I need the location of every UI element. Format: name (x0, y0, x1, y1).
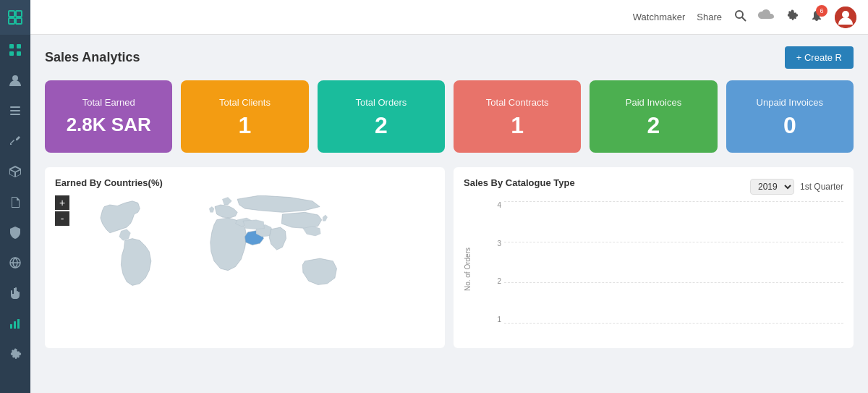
stat-card-paid-invoices[interactable]: Paid Invoices 2 (590, 80, 717, 153)
chart-title: Sales By Catalogue Type (464, 177, 575, 188)
main-content: Watchmaker Share 6 Sales Analytics (30, 0, 868, 393)
chart-area (504, 201, 843, 338)
svg-rect-3 (16, 18, 22, 24)
svg-rect-5 (17, 44, 21, 48)
create-button[interactable]: + Create R (785, 46, 854, 69)
stat-value-total-clients: 1 (239, 114, 252, 137)
map-title: Earned By Countries(%) (55, 177, 435, 188)
svg-rect-9 (10, 106, 20, 108)
y-label-4: 4 (475, 201, 504, 209)
svg-rect-14 (10, 324, 12, 329)
svg-rect-10 (10, 110, 20, 111)
stat-label-total-earned: Total Earned (82, 97, 135, 108)
grid-line-1 (504, 323, 843, 324)
notification-bell[interactable]: 6 (810, 9, 823, 25)
svg-point-17 (736, 11, 743, 18)
page-header: Sales Analytics + Create R (45, 46, 854, 69)
bar-chart-card: Sales By Catalogue Type 2019 2018 2020 1… (454, 167, 854, 348)
stat-value-paid-invoices: 2 (647, 114, 660, 137)
search-icon[interactable] (733, 9, 746, 25)
sidebar-item-list[interactable] (0, 96, 30, 126)
svg-rect-15 (14, 321, 16, 329)
sidebar-item-users[interactable] (0, 65, 30, 96)
charts-row: Earned By Countries(%) + - (45, 167, 854, 348)
sidebar-item-analytics[interactable] (0, 308, 30, 339)
svg-rect-2 (9, 18, 14, 24)
y-axis-title: No. of Orders (464, 248, 475, 291)
stat-card-unpaid-invoices[interactable]: Unpaid Invoices 0 (726, 80, 854, 153)
stat-value-unit: SAR (106, 114, 151, 135)
svg-rect-6 (9, 51, 14, 56)
grid-line-4 (504, 201, 843, 202)
sidebar-item-hand[interactable] (0, 278, 30, 308)
watchmaker-label: Watchmaker (633, 12, 685, 22)
stat-value-number: 2.8K (67, 114, 106, 135)
year-select[interactable]: 2019 2018 2020 (750, 179, 794, 195)
cloud-icon[interactable] (758, 9, 774, 25)
share-label[interactable]: Share (697, 12, 722, 22)
svg-rect-7 (17, 51, 21, 56)
content-area: Sales Analytics + Create R Total Earned … (30, 35, 868, 393)
stat-card-total-earned[interactable]: Total Earned 2.8K SAR (45, 80, 172, 153)
y-label-3: 3 (475, 240, 504, 248)
page-title: Sales Analytics (45, 50, 140, 65)
zoom-out-button[interactable]: - (55, 211, 69, 226)
stat-label-total-orders: Total Orders (355, 97, 407, 108)
stat-value-total-earned: 2.8K SAR (67, 114, 151, 136)
avatar[interactable] (835, 7, 856, 28)
stats-row: Total Earned 2.8K SAR Total Clients 1 To… (45, 80, 854, 153)
sidebar-item-documents[interactable] (0, 187, 30, 217)
sidebar-item-globe[interactable] (0, 248, 30, 278)
map-container: + - (55, 195, 435, 338)
grid-line-3 (504, 242, 843, 242)
svg-point-20 (842, 11, 849, 18)
topbar: Watchmaker Share 6 (30, 0, 868, 35)
grid-line-2 (504, 282, 843, 283)
stat-label-total-clients: Total Clients (219, 97, 271, 108)
svg-rect-1 (16, 11, 22, 17)
sidebar-item-security[interactable] (0, 217, 30, 248)
sidebar-item-tools[interactable] (0, 126, 30, 156)
topbar-right: Watchmaker Share 6 (633, 7, 856, 28)
stat-label-unpaid-invoices: Unpaid Invoices (757, 97, 824, 108)
sidebar (0, 0, 30, 393)
stat-card-total-clients[interactable]: Total Clients 1 (181, 80, 308, 153)
stat-card-total-orders[interactable]: Total Orders 2 (318, 80, 445, 153)
stat-value-unpaid-invoices: 0 (783, 114, 796, 137)
quarter-label: 1st Quarter (800, 182, 843, 192)
chart-controls: 2019 2018 2020 1st Quarter (750, 179, 843, 195)
svg-point-8 (12, 75, 18, 81)
svg-line-18 (742, 17, 746, 21)
svg-rect-11 (10, 114, 20, 115)
bar-chart: No. of Orders 4 3 2 1 (464, 201, 843, 338)
settings-icon[interactable] (786, 9, 799, 25)
notification-count: 6 (816, 5, 827, 17)
world-map (55, 195, 435, 338)
y-label-1: 1 (475, 316, 504, 324)
zoom-in-button[interactable]: + (55, 195, 69, 210)
map-card: Earned By Countries(%) + - (45, 167, 445, 348)
y-label-2: 2 (475, 277, 504, 285)
sidebar-item-settings[interactable] (0, 339, 30, 369)
stat-value-total-contracts: 1 (511, 114, 524, 137)
sidebar-item-packages[interactable] (0, 156, 30, 187)
stat-label-total-contracts: Total Contracts (486, 97, 549, 108)
sidebar-item-dashboard[interactable] (0, 35, 30, 65)
sidebar-logo[interactable] (0, 0, 30, 35)
svg-rect-0 (9, 11, 14, 17)
svg-rect-4 (9, 44, 14, 48)
stat-label-paid-invoices: Paid Invoices (626, 97, 681, 108)
stat-value-total-orders: 2 (375, 114, 388, 137)
svg-rect-16 (17, 319, 20, 329)
map-controls: + - (55, 195, 69, 227)
chart-header: Sales By Catalogue Type 2019 2018 2020 1… (464, 177, 843, 195)
grid-lines (504, 201, 843, 338)
y-axis: 4 3 2 1 (475, 201, 504, 338)
stat-card-total-contracts[interactable]: Total Contracts 1 (454, 80, 581, 153)
